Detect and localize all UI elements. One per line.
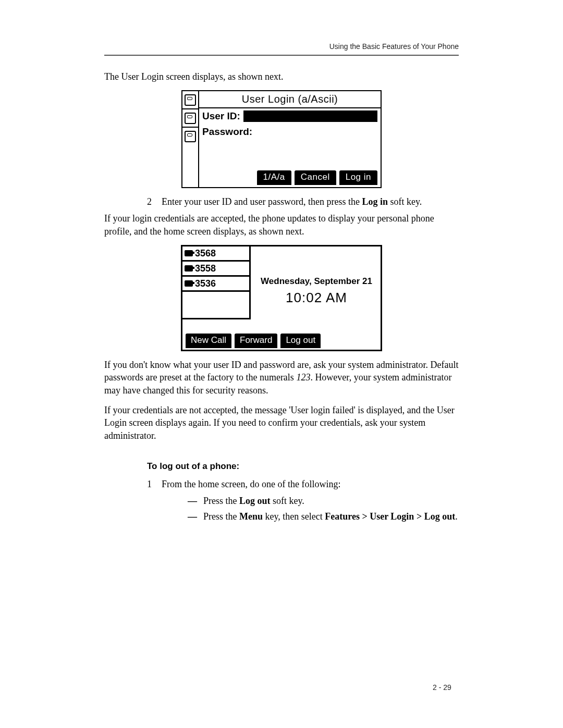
bold-text: Log out (239, 496, 271, 506)
phone-icon (185, 113, 196, 124)
text: Enter your user ID and user password, th… (162, 196, 362, 207)
user-id-input[interactable] (243, 110, 377, 122)
running-header: Using the Basic Features of Your Phone (104, 42, 459, 52)
accepted-text: If your login credentials are accepted, … (104, 212, 459, 238)
bold-text: Features > User Login > Log out (325, 511, 455, 522)
line-3: 3536 (182, 277, 249, 292)
time-text: 10:02 AM (255, 289, 377, 307)
page-number: 2 - 29 (433, 683, 451, 693)
line-column: 3568 3558 3536 (182, 246, 251, 319)
line-1: 3568 (182, 246, 249, 262)
logout-heading: To log out of a phone: (147, 461, 459, 473)
option-text: Press the Log out soft key. (203, 495, 459, 507)
line-key-3 (182, 128, 198, 145)
line-label: 3558 (195, 262, 216, 275)
cancel-softkey[interactable]: Cancel (295, 170, 336, 185)
phone-icon (185, 265, 193, 272)
dash: — (188, 495, 203, 507)
password-row: Password: (199, 124, 381, 140)
page-content: Using the Basic Features of Your Phone T… (104, 42, 459, 523)
home-screen: 3568 3558 3536 Wednesday, September 21 1… (181, 245, 382, 351)
step-number: 1 (147, 478, 162, 490)
phone-icon (185, 250, 193, 256)
login-softkey[interactable]: Log in (339, 170, 377, 185)
password-label: Password: (202, 125, 252, 139)
mode-softkey[interactable]: 1/A/a (257, 170, 291, 185)
newcall-softkey[interactable]: New Call (186, 334, 231, 348)
line-label: 3568 (195, 247, 216, 260)
logout-option-2: — Press the Menu key, then select Featur… (188, 510, 459, 523)
logout-step-1: 1 From the home screen, do one of the fo… (147, 478, 459, 490)
phone-icon (185, 280, 193, 287)
text: soft key. (271, 496, 304, 506)
line-2: 3558 (182, 262, 249, 277)
step-2: 2 Enter your user ID and user password, … (147, 195, 459, 208)
login-title: User Login (a/Ascii) (199, 91, 381, 108)
failed-text: If your credentials are not accepted, th… (104, 404, 459, 442)
login-main: User Login (a/Ascii) User ID: Password: … (199, 91, 381, 187)
text: key, then select (263, 511, 325, 522)
line-key-2 (182, 109, 198, 128)
line-label: 3536 (195, 277, 216, 290)
bold-text: Menu (239, 511, 263, 522)
logout-softkey[interactable]: Log out (280, 334, 321, 348)
step-text: Enter your user ID and user password, th… (162, 195, 459, 208)
text: soft key. (388, 196, 422, 207)
dash: — (188, 510, 203, 523)
text: Press the (203, 511, 239, 522)
figure-login-screen: User Login (a/Ascii) User ID: Password: … (104, 90, 459, 188)
softkey-bar: 1/A/a Cancel Log in (199, 168, 381, 187)
figure-home-screen: 3568 3558 3536 Wednesday, September 21 1… (104, 245, 459, 351)
phone-icon (185, 94, 196, 106)
text: . (455, 511, 458, 522)
user-id-label: User ID: (202, 109, 240, 123)
bold-text: Log in (362, 196, 388, 207)
line-spacer (182, 292, 249, 319)
step-number: 2 (147, 195, 162, 208)
user-id-row: User ID: (199, 108, 381, 124)
login-screen: User Login (a/Ascii) User ID: Password: … (181, 90, 382, 188)
step-text: From the home screen, do one of the foll… (162, 478, 459, 490)
date-time: Wednesday, September 21 10:02 AM (255, 276, 377, 307)
softkey-bar: New Call Forward Log out (182, 334, 381, 350)
phone-icon (185, 131, 196, 142)
line-key-column (182, 91, 199, 187)
logout-option-1: — Press the Log out soft key. (188, 495, 459, 507)
date-text: Wednesday, September 21 (255, 276, 377, 288)
text: Press the (203, 496, 239, 506)
intro-text: The User Login screen displays, as shown… (104, 70, 459, 83)
unknown-credentials-text: If you don't know what your user ID and … (104, 359, 459, 397)
line-key-1 (182, 91, 198, 109)
option-text: Press the Menu key, then select Features… (203, 510, 459, 523)
header-rule (104, 55, 459, 56)
forward-softkey[interactable]: Forward (235, 334, 277, 348)
italic-text: 123 (296, 372, 310, 382)
